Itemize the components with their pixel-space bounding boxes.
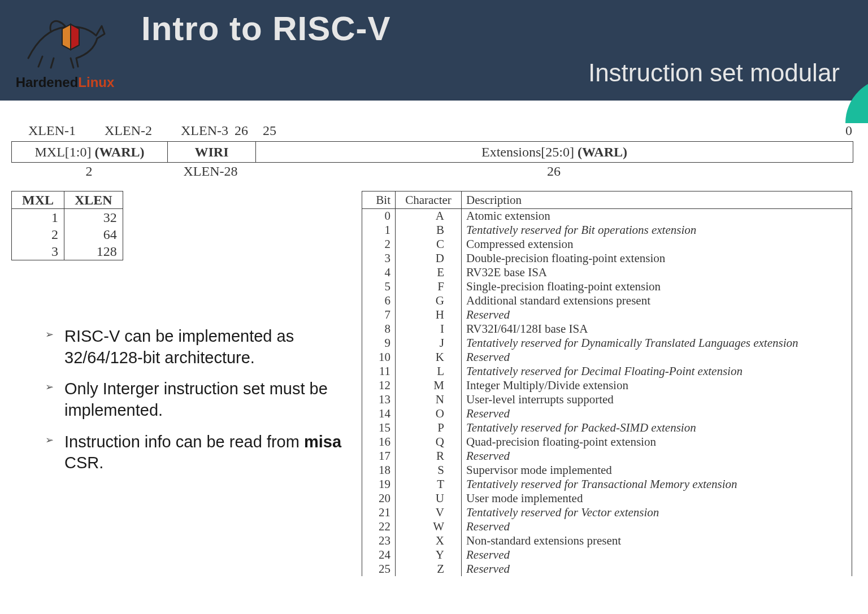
- ext-bit-cell: 12: [362, 378, 396, 393]
- ext-bit-cell: 5: [362, 280, 396, 294]
- ext-bit-cell: 14: [362, 407, 396, 421]
- ext-char-cell: Y: [396, 548, 462, 562]
- table-row: 18SSupervisor mode implemented: [362, 463, 852, 477]
- ext-char-cell: X: [396, 534, 462, 548]
- ext-char-cell: V: [396, 506, 462, 520]
- slide-header: HardenedLinux Intro to RISC-V Instructio…: [0, 0, 868, 101]
- ext-desc-cell: Additional standard extensions present: [462, 294, 852, 308]
- bullet-item: Instruction info can be read from misa C…: [45, 432, 362, 474]
- bullet-list: RISC-V can be implemented as 32/64/128-b…: [23, 326, 362, 484]
- ext-bit-cell: 1: [362, 223, 396, 237]
- logo: HardenedLinux: [0, 0, 130, 90]
- ext-desc-cell: Reserved: [462, 562, 852, 576]
- table-row: 15PTentatively reserved for Packed-SIMD …: [362, 421, 852, 435]
- ext-bit-cell: 4: [362, 265, 396, 280]
- ext-desc-cell: Reserved: [462, 407, 852, 421]
- hardenedlinux-logo-icon: [17, 5, 113, 72]
- table-row: 24YReserved: [362, 548, 852, 562]
- table-row: 9JTentatively reserved for Dynamically T…: [362, 336, 852, 350]
- ext-char-cell: G: [396, 294, 462, 308]
- bullet-item: RISC-V can be implemented as 32/64/128-b…: [45, 326, 362, 368]
- table-cell: 3: [12, 243, 64, 260]
- bullet-text: CSR.: [64, 454, 103, 472]
- field-width: 2: [11, 164, 167, 179]
- table-row: 20UUser mode implemented: [362, 491, 852, 506]
- ext-bit-cell: 3: [362, 251, 396, 265]
- ext-char-cell: A: [396, 209, 462, 224]
- ext-bit-cell: 21: [362, 506, 396, 520]
- ext-header-desc: Description: [462, 191, 852, 209]
- ext-desc-cell: Tentatively reserved for Vector extensio…: [462, 506, 852, 520]
- slide-title: Intro to RISC-V: [141, 9, 391, 48]
- ext-desc-cell: Reserved: [462, 308, 852, 322]
- ext-desc-cell: Tentatively reserved for Packed-SIMD ext…: [462, 421, 852, 435]
- table-row: 7HReserved: [362, 308, 852, 322]
- ext-desc-cell: RV32E base ISA: [462, 265, 852, 280]
- ext-char-cell: U: [396, 491, 462, 506]
- bullet-text: Instruction info can be read from: [64, 433, 304, 451]
- table-row: 11LTentatively reserved for Decimal Floa…: [362, 364, 852, 378]
- ext-char-cell: T: [396, 477, 462, 491]
- table-row: 16QQuad-precision floating-point extensi…: [362, 435, 852, 449]
- bullet-text: RISC-V can be implemented as 32/64/128-b…: [64, 327, 294, 367]
- ext-bit-cell: 22: [362, 520, 396, 534]
- ext-desc-cell: Supervisor mode implemented: [462, 463, 852, 477]
- ext-char-cell: P: [396, 421, 462, 435]
- ext-desc-cell: Tentatively reserved for Bit operations …: [462, 223, 852, 237]
- ext-desc-cell: User-level interrupts supported: [462, 393, 852, 407]
- bit-label: 25: [263, 123, 276, 138]
- logo-text-hardened: Hardened: [16, 75, 79, 90]
- ext-char-cell: Q: [396, 435, 462, 449]
- ext-desc-cell: Reserved: [462, 520, 852, 534]
- ext-desc-cell: Reserved: [462, 548, 852, 562]
- ext-char-cell: R: [396, 449, 462, 463]
- ext-char-cell: N: [396, 393, 462, 407]
- logo-text: HardenedLinux: [16, 75, 115, 90]
- ext-desc-cell: Double-precision floating-point extensio…: [462, 251, 852, 265]
- ext-bit-cell: 17: [362, 449, 396, 463]
- ext-char-cell: I: [396, 322, 462, 336]
- ext-desc-cell: Integer Multiply/Divide extension: [462, 378, 852, 393]
- misa-register-figure: XLEN-1 XLEN-2 XLEN-3 26 25 0 MXL[1:0] (W…: [11, 123, 853, 181]
- ext-bit-cell: 20: [362, 491, 396, 506]
- table-row: 10KReserved: [362, 350, 852, 364]
- field-width: XLEN-28: [167, 164, 254, 179]
- ext-desc-cell: RV32I/64I/128I base ISA: [462, 322, 852, 336]
- ext-desc-cell: Reserved: [462, 350, 852, 364]
- table-row: 132: [12, 209, 123, 227]
- ext-bit-cell: 19: [362, 477, 396, 491]
- ext-char-cell: W: [396, 520, 462, 534]
- bullet-text: Only Interger instruction set must be im…: [64, 380, 328, 419]
- ext-desc-cell: Tentatively reserved for Transactional M…: [462, 477, 852, 491]
- ext-desc-cell: Single-precision floating-point extensio…: [462, 280, 852, 294]
- ext-bit-cell: 7: [362, 308, 396, 322]
- ext-char-cell: S: [396, 463, 462, 477]
- table-row: 5FSingle-precision floating-point extens…: [362, 280, 852, 294]
- ext-char-cell: F: [396, 280, 462, 294]
- ext-char-cell: J: [396, 336, 462, 350]
- ext-desc-cell: Reserved: [462, 449, 852, 463]
- ext-bit-cell: 18: [362, 463, 396, 477]
- register-field-wiri: WIRI: [168, 142, 256, 162]
- bit-label: XLEN-3: [181, 123, 228, 138]
- extensions-table: Bit Character Description 0AAtomic exten…: [362, 191, 852, 576]
- mxl-xlen-table: MXL XLEN 1322643128: [11, 191, 123, 260]
- table-row: 1BTentatively reserved for Bit operation…: [362, 223, 852, 237]
- slide-subtitle: Instruction set modular: [588, 59, 840, 87]
- ext-bit-cell: 16: [362, 435, 396, 449]
- ext-bit-cell: 8: [362, 322, 396, 336]
- ext-char-cell: B: [396, 223, 462, 237]
- table-row: 2CCompressed extension: [362, 237, 852, 251]
- ext-header-char: Character: [396, 191, 462, 209]
- ext-bit-cell: 11: [362, 364, 396, 378]
- table-cell: 1: [12, 209, 64, 227]
- table-row: 6GAdditional standard extensions present: [362, 294, 852, 308]
- table-cell: 2: [12, 226, 64, 243]
- table-row: 14OReserved: [362, 407, 852, 421]
- table-row: 23XNon-standard extensions present: [362, 534, 852, 548]
- table-row: 12MInteger Multiply/Divide extension: [362, 378, 852, 393]
- ext-char-cell: D: [396, 251, 462, 265]
- table-row: 4ERV32E base ISA: [362, 265, 852, 280]
- field-width: 26: [254, 164, 853, 179]
- ext-char-cell: K: [396, 350, 462, 364]
